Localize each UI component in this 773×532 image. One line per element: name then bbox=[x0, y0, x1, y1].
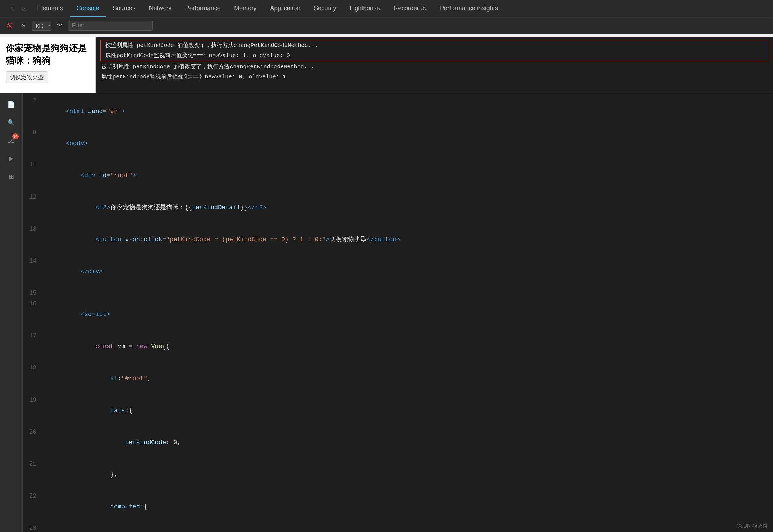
tab-security[interactable]: Security bbox=[307, 0, 343, 17]
console-line-2: 属性petKindCode监视前后值变化===》newValue: 1, old… bbox=[101, 51, 768, 61]
code-line-13: 13 <button v-on:click="petKindCode = (pe… bbox=[23, 224, 773, 256]
sidebar-files-icon[interactable]: 📄 bbox=[5, 98, 17, 111]
console-toolbar: 🚫 ⊘ top 👁 bbox=[0, 17, 773, 34]
filter-toggle-button[interactable]: ⊘ bbox=[18, 21, 28, 31]
devtools-tabs-bar: ⋮ ⊡ Elements Console Sources Network Per… bbox=[0, 0, 773, 17]
code-line-17: 17 const vm = new Vue({ bbox=[23, 331, 773, 363]
devtools-inspect-icon[interactable]: ⊡ bbox=[18, 2, 30, 15]
tab-console[interactable]: Console bbox=[70, 0, 106, 17]
switch-pet-button[interactable]: 切换宠物类型 bbox=[6, 71, 48, 83]
tab-perf-insights[interactable]: Performance insights bbox=[433, 0, 505, 17]
sidebar-debug-icon[interactable]: ▶ bbox=[5, 152, 17, 165]
console-line-1: 被监测属性 petKindCode 的值改变了，执行方法changPetKind… bbox=[101, 40, 768, 51]
code-line-15: 15 bbox=[23, 288, 773, 299]
devtools-menu-icon[interactable]: ⋮ bbox=[6, 2, 18, 15]
code-line-2: 2 <html lang="en"> bbox=[23, 96, 773, 128]
code-editor[interactable]: 2 <html lang="en"> 8 <body> 11 <div id="… bbox=[23, 93, 773, 532]
code-line-23: 23 petKindDetail: function(){ bbox=[23, 523, 773, 532]
console-line-3: 被监测属性 petKindCode 的值改变了，执行方法changPetKind… bbox=[96, 62, 773, 72]
eye-icon[interactable]: 👁 bbox=[55, 21, 65, 31]
clear-console-button[interactable]: 🚫 bbox=[5, 21, 15, 31]
git-badge-count: 94 bbox=[12, 133, 19, 139]
tab-elements[interactable]: Elements bbox=[30, 0, 70, 17]
code-line-12: 12 <h2>你家宠物是狗狗还是猫咪：{{petKindDetail}}</h2… bbox=[23, 192, 773, 224]
code-line-20: 20 petKindCode: 0, bbox=[23, 427, 773, 459]
tab-network[interactable]: Network bbox=[142, 0, 178, 17]
tab-sources[interactable]: Sources bbox=[106, 0, 142, 17]
left-sidebar: 📄 🔍 ⎇ 94 ▶ ⊞ bbox=[0, 93, 23, 532]
code-line-21: 21 }, bbox=[23, 459, 773, 491]
code-line-19: 19 data:{ bbox=[23, 395, 773, 427]
console-line-4: 属性petKindCode监视前后值变化===》newValue: 0, old… bbox=[96, 72, 773, 82]
tab-application[interactable]: Application bbox=[263, 0, 307, 17]
console-output: 被监测属性 petKindCode 的值改变了，执行方法changPetKind… bbox=[96, 37, 773, 93]
context-select[interactable]: top bbox=[32, 21, 51, 31]
page-preview: 你家宠物是狗狗还是猫咪：狗狗 切换宠物类型 bbox=[0, 37, 96, 93]
code-line-8: 8 <body> bbox=[23, 128, 773, 160]
sidebar-extensions-icon[interactable]: ⊞ bbox=[5, 170, 17, 183]
code-line-18: 18 el:"#root", bbox=[23, 363, 773, 395]
code-line-11: 11 <div id="root"> bbox=[23, 160, 773, 192]
tab-performance[interactable]: Performance bbox=[178, 0, 228, 17]
watermark: CSDN @余秀 bbox=[736, 522, 767, 529]
sidebar-git-icon[interactable]: ⎇ 94 bbox=[5, 134, 17, 147]
page-heading: 你家宠物是狗狗还是猫咪：狗狗 bbox=[6, 42, 90, 67]
tab-memory[interactable]: Memory bbox=[228, 0, 263, 17]
sidebar-search-icon[interactable]: 🔍 bbox=[5, 116, 17, 129]
console-filter-input[interactable] bbox=[68, 21, 152, 31]
code-line-14: 14 </div> bbox=[23, 256, 773, 288]
tab-recorder[interactable]: Recorder ⚠ bbox=[387, 0, 433, 17]
code-line-22: 22 computed:{ bbox=[23, 491, 773, 523]
tab-lighthouse[interactable]: Lighthouse bbox=[343, 0, 387, 17]
code-line-16: 16 <script> bbox=[23, 299, 773, 331]
